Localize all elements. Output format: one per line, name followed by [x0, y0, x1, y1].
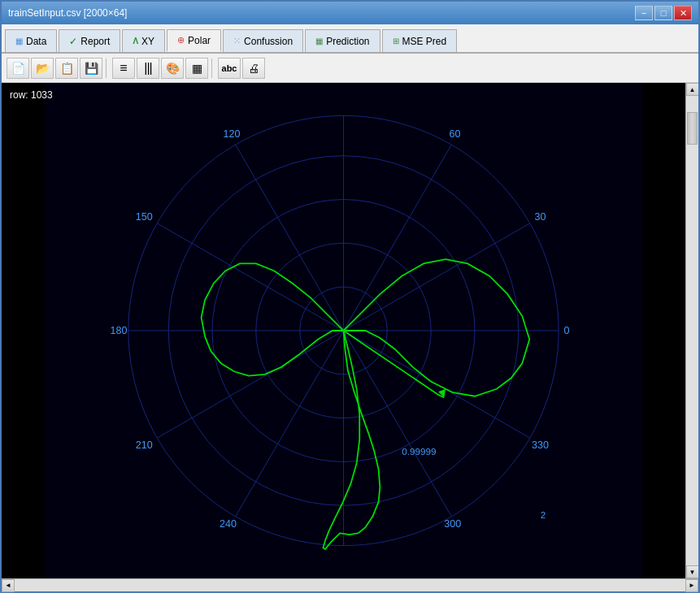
value2-label: 2: [541, 509, 546, 520]
xy-tab-icon: Λ: [133, 37, 138, 45]
data-tab-icon: ▦: [15, 37, 23, 45]
scroll-thumb[interactable]: [687, 112, 698, 145]
h-scroll-track[interactable]: [15, 579, 685, 591]
minimize-button[interactable]: −: [635, 6, 653, 20]
maximize-button[interactable]: □: [654, 6, 672, 20]
polar-chart: 0 30 60 120 150 180 210 240 300: [2, 83, 685, 578]
separator-2: [211, 58, 215, 78]
angle-240: 240: [220, 518, 237, 530]
polar-tab-icon: ⊕: [177, 35, 185, 45]
angle-300: 300: [444, 518, 461, 530]
save-button[interactable]: 💾: [80, 58, 102, 79]
new-button[interactable]: 📄: [7, 58, 29, 79]
angle-60: 60: [450, 128, 461, 140]
pred-tab-icon: ▦: [315, 37, 323, 45]
tab-bar: ▦ Data ✓ Report Λ XY ⊕ Polar ⁙ Confussio…: [2, 24, 698, 54]
angle-210: 210: [136, 439, 153, 451]
report-tab-icon: ✓: [69, 36, 77, 47]
scroll-up-button[interactable]: ▲: [686, 83, 699, 96]
angle-0: 0: [563, 325, 569, 336]
tab-report-label: Report: [80, 36, 110, 47]
tab-prediction-label: Prediction: [326, 36, 369, 47]
bars-button[interactable]: |||: [137, 58, 159, 79]
toolbar: 📄 📂 📋 💾 ≡ ||| 🎨 ▦ abc 🖨: [2, 54, 698, 83]
horizontal-scrollbar[interactable]: ◄ ►: [2, 578, 698, 591]
lines-button[interactable]: ≡: [112, 58, 135, 79]
conf-tab-icon: ⁙: [233, 36, 241, 46]
print-button[interactable]: 🖨: [242, 58, 265, 79]
scroll-track[interactable]: [686, 96, 698, 565]
text-button[interactable]: abc: [218, 58, 241, 79]
main-window: trainSetInput.csv [2000×64] − □ ✕ ▦ Data…: [0, 0, 700, 593]
value-label: 0.99999: [402, 446, 436, 457]
colors-button[interactable]: 🎨: [161, 58, 184, 79]
angle-180: 180: [110, 325, 127, 336]
tab-msepred-label: MSE Pred: [402, 36, 447, 47]
scroll-down-button[interactable]: ▼: [686, 565, 699, 578]
angle-30: 30: [535, 211, 546, 223]
mse-tab-icon: ⊞: [393, 37, 399, 45]
window-controls: − □ ✕: [635, 6, 692, 20]
tab-data-label: Data: [26, 36, 46, 47]
tab-xy-label: XY: [141, 36, 154, 47]
vertical-scrollbar[interactable]: ▲ ▼: [685, 83, 698, 578]
tab-polar[interactable]: ⊕ Polar: [167, 29, 221, 52]
copy-button[interactable]: 📋: [55, 58, 78, 79]
separator-1: [106, 58, 109, 78]
tab-xy[interactable]: Λ XY: [122, 29, 165, 52]
tab-data[interactable]: ▦ Data: [5, 29, 57, 52]
angle-330: 330: [532, 439, 549, 451]
plot-area: row: 1033: [2, 83, 685, 578]
tab-msepred[interactable]: ⊞ MSE Pred: [382, 29, 458, 52]
row-label: row: 1033: [10, 89, 53, 101]
tab-polar-label: Polar: [188, 35, 211, 46]
tab-confussion[interactable]: ⁙ Confussion: [223, 29, 303, 52]
tab-report[interactable]: ✓ Report: [59, 29, 120, 52]
scroll-right-button[interactable]: ►: [685, 579, 698, 592]
title-bar: trainSetInput.csv [2000×64] − □ ✕: [2, 2, 698, 24]
open-button[interactable]: 📂: [31, 58, 54, 79]
tab-confussion-label: Confussion: [244, 36, 293, 47]
tab-prediction[interactable]: ▦ Prediction: [305, 29, 380, 52]
angle-120: 120: [223, 128, 240, 140]
window-title: trainSetInput.csv [2000×64]: [8, 7, 127, 19]
bw-button[interactable]: ▦: [185, 58, 208, 79]
close-button[interactable]: ✕: [674, 6, 692, 20]
angle-150: 150: [136, 211, 153, 223]
scroll-left-button[interactable]: ◄: [2, 579, 15, 592]
content-area: row: 1033: [2, 83, 698, 578]
